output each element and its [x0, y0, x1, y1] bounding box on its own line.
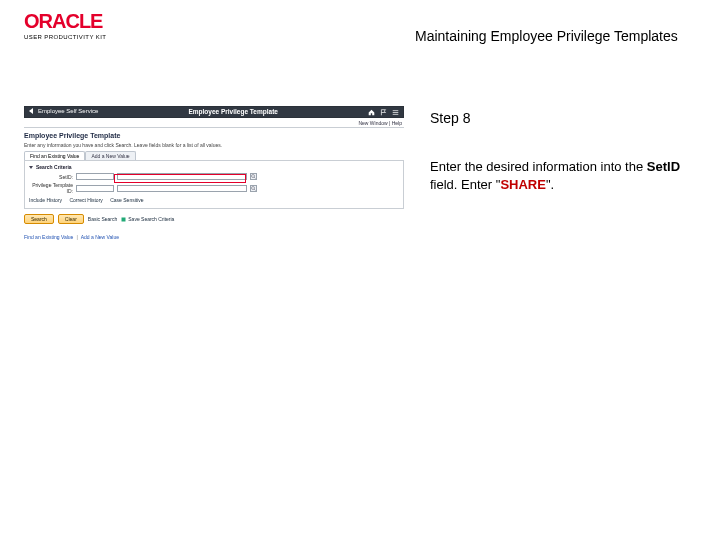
bottom-tab-links: Find an Existing Value|Add a New Value	[24, 234, 404, 240]
svg-line-6	[254, 189, 256, 191]
template-id-operator-select[interactable]	[76, 185, 114, 192]
back-chevron-icon[interactable]	[29, 108, 34, 116]
upk-subline: USER PRODUCTIVITY KIT	[24, 34, 106, 40]
search-button[interactable]: Search	[24, 214, 54, 224]
menu-icon[interactable]	[392, 109, 399, 116]
setid-label: SetID:	[29, 174, 73, 180]
back-section-label[interactable]: Employee Self Service	[38, 108, 98, 115]
instruction-field-name: SetID	[647, 159, 680, 174]
button-row: Search Clear Basic Search Save Search Cr…	[24, 214, 404, 224]
clear-button[interactable]: Clear	[58, 214, 84, 224]
svg-rect-1	[393, 112, 399, 113]
step-label: Step 8	[430, 110, 690, 126]
tab-find-existing[interactable]: Find an Existing Value	[24, 151, 85, 160]
instruction-suffix: ".	[546, 177, 554, 192]
embedded-screenshot: Employee Self Service Employee Privilege…	[24, 106, 404, 238]
save-icon	[121, 217, 126, 222]
bottom-link-existing[interactable]: Find an Existing Value	[24, 234, 73, 240]
appbar-title: Employee Privilege Template	[188, 108, 277, 116]
search-panel-header[interactable]: Search Criteria	[29, 164, 399, 170]
template-id-input[interactable]	[117, 185, 247, 192]
svg-rect-7	[122, 217, 126, 221]
include-history-option[interactable]: Include History	[29, 197, 62, 203]
screenshot-page-heading: Employee Privilege Template	[24, 132, 404, 140]
tab-add-new[interactable]: Add a New Value	[85, 151, 135, 160]
instruction-text: Enter the desired information into the S…	[430, 158, 690, 193]
search-panel: Search Criteria SetID: Privilege Templat…	[24, 160, 404, 209]
collapse-caret-icon	[29, 166, 33, 169]
oracle-logo: ORACLE	[24, 10, 106, 33]
svg-rect-2	[393, 113, 399, 114]
page-title: Maintaining Employee Privilege Templates	[415, 28, 678, 44]
correct-history-option[interactable]: Correct History	[69, 197, 102, 203]
flag-icon[interactable]	[380, 109, 387, 116]
instruction-share-value: SHARE	[500, 177, 546, 192]
bottom-link-add[interactable]: Add a New Value	[81, 234, 119, 240]
template-id-lookup-icon[interactable]	[250, 185, 257, 192]
instruction-column: Step 8 Enter the desired information int…	[430, 110, 690, 193]
search-panel-title: Search Criteria	[36, 164, 72, 170]
brand-block: ORACLE USER PRODUCTIVITY KIT	[24, 10, 106, 40]
window-links[interactable]: New Window | Help	[24, 118, 404, 126]
template-id-label: Privilege Template ID:	[29, 182, 73, 194]
case-sensitive-option[interactable]: Case Sensitive	[110, 197, 143, 203]
tab-strip: Find an Existing Value Add a New Value	[24, 151, 404, 160]
basic-search-link[interactable]: Basic Search	[88, 216, 117, 222]
search-options-row: Include History Correct History Case Sen…	[29, 197, 399, 203]
save-search-label: Save Search Criteria	[128, 216, 174, 222]
screenshot-instruction-line: Enter any information you have and click…	[24, 142, 404, 148]
setid-lookup-icon[interactable]	[250, 173, 257, 180]
instruction-prefix: Enter the desired information into the	[430, 159, 647, 174]
instruction-middle: field. Enter "	[430, 177, 500, 192]
separator: |	[76, 234, 77, 240]
svg-rect-0	[393, 110, 399, 111]
setid-input[interactable]	[117, 173, 247, 180]
home-icon[interactable]	[368, 109, 375, 116]
save-search-link[interactable]: Save Search Criteria	[121, 216, 174, 222]
app-bar: Employee Self Service Employee Privilege…	[24, 106, 404, 118]
setid-operator-select[interactable]	[76, 173, 114, 180]
svg-line-4	[254, 177, 256, 179]
